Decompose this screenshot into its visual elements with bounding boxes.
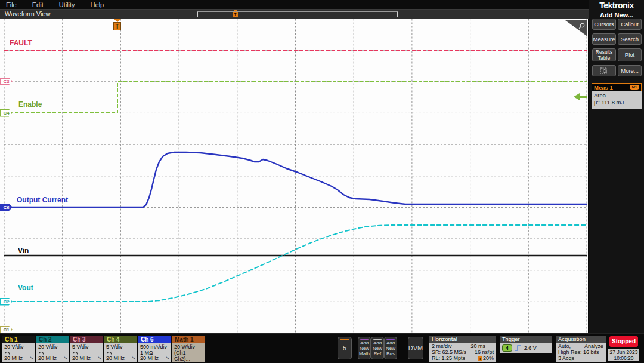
acquisition-title: Acquisition (556, 336, 606, 343)
meas1-badge[interactable]: Meas 1 M1 Area µ': 111.8 mJ (592, 83, 642, 109)
tektronix-logo: Tektronix (589, 0, 644, 10)
diagonal-arrow-icon: ↘ (131, 355, 135, 361)
graticule-and-traces (0, 19, 588, 333)
channel-label: Ch 2 (36, 336, 69, 343)
diagonal-arrow-icon: ↘ (165, 355, 169, 361)
plot-button[interactable]: Plot (618, 48, 642, 61)
record-length: RL: 1.25 Mpts (432, 355, 465, 361)
menu-file[interactable]: File (6, 1, 17, 8)
probe-icon (4, 350, 10, 355)
time-label: 10:06:20 (608, 355, 639, 361)
meas1-name: Area (594, 92, 639, 99)
menu-help[interactable]: Help (91, 1, 104, 8)
scale-label: 20 V/div (4, 344, 33, 350)
meas1-m1-pill: M1 (630, 85, 639, 90)
add-new-bus-button[interactable]: AddNewBus (384, 337, 397, 359)
trigger-level: 2.6 V (524, 345, 537, 351)
zoom-tool-button[interactable] (592, 65, 616, 76)
trigger-level-arrow[interactable] (574, 93, 587, 100)
trace-label-vin: Vin (18, 247, 29, 255)
menu-edit[interactable]: Edit (32, 1, 44, 8)
add-new-heading: Add New... (589, 11, 644, 19)
resolution: 16 ns/pt (475, 349, 494, 355)
diagonal-arrow-icon: ↘ (97, 355, 101, 361)
rising-edge-icon (515, 344, 522, 352)
left-column: File Edit Utility Help Waveform View T F… (0, 0, 589, 333)
bandwidth-label: 20 MHz (38, 355, 57, 361)
wave-count-button[interactable]: 5 (338, 337, 352, 359)
run-stop-button[interactable]: Stopped (609, 336, 638, 347)
trigger-t-icon: T (233, 12, 238, 17)
meas1-title: Meas 1 (594, 84, 613, 91)
sample-rate: SR: 62.5 MS/s (432, 349, 466, 355)
acquisition-detail: High Res: 16 bits (558, 349, 599, 355)
channel-badge-ch1[interactable]: Ch 120 V/div20 MHz↘ (2, 336, 35, 362)
tab-bar: Waveform View T (0, 9, 589, 19)
trace-enable[interactable] (4, 82, 587, 113)
channel-label: Ch 1 (2, 336, 35, 343)
trace-label-output-current: Output Current (17, 196, 68, 204)
trigger-t-icon: T (478, 356, 482, 361)
bandwidth-label: 20 MHz (106, 355, 125, 361)
datetime-display: 27 Jun 2023 10:06:20 (608, 349, 639, 361)
cursors-button[interactable]: Cursors (592, 19, 616, 30)
horizontal-window: 20 ms (470, 343, 485, 349)
horizontal-position-bar[interactable]: T (197, 11, 398, 17)
measure-button[interactable]: Measure (592, 33, 616, 45)
date-label: 27 Jun 2023 (608, 349, 639, 355)
channel-label: Math 1 (172, 336, 205, 343)
acquisition-mode: Auto, (558, 343, 571, 349)
channel-badge-math1[interactable]: Math 120 W/div(Ch1-Ch2)... (172, 336, 205, 362)
scale-label: 20 W/div (174, 344, 203, 350)
horizontal-title: Horizontal (429, 336, 496, 343)
acquisition-count: 3 Acqs (558, 355, 574, 361)
right-panel: Tektronix Add New... Cursors Callout Mea… (589, 0, 644, 333)
channel-label: Ch 4 (104, 336, 137, 343)
trace-label-fault: FAULT (10, 39, 32, 47)
horizontal-scale: 2 ms/div (432, 343, 452, 349)
trace-label-vout: Vout (18, 284, 33, 292)
trigger-title: Trigger (500, 336, 552, 343)
scale-label: 500 mA/div (140, 344, 169, 350)
probe-icon (106, 350, 112, 355)
diagonal-arrow-icon: ↘ (29, 355, 33, 361)
trace-label-enable: Enable (18, 100, 42, 109)
channel-badge-ch2[interactable]: Ch 220 V/div20 MHz↘ (36, 336, 69, 362)
bottom-bar: Ch 120 V/div20 MHz↘Ch 220 V/div20 MHz↘Ch… (0, 333, 644, 363)
acquisition-analyze: Analyze (584, 343, 603, 349)
acquisition-panel[interactable]: Acquisition Auto,Analyze High Res: 16 bi… (556, 336, 606, 362)
probe-icon (72, 350, 78, 355)
trigger-point-marker[interactable]: T (113, 22, 121, 30)
add-new-ref-button[interactable]: AddNewRef (371, 337, 384, 359)
trigger-panel[interactable]: Trigger 4 2.6 V (500, 336, 552, 353)
more-button[interactable]: More... (618, 65, 642, 76)
menu-bar: File Edit Utility Help (0, 0, 589, 9)
callout-button[interactable]: Callout (618, 19, 642, 30)
results-table-button[interactable]: Results Table (592, 48, 616, 61)
main-row: File Edit Utility Help Waveform View T F… (0, 0, 644, 333)
menu-utility[interactable]: Utility (59, 1, 75, 8)
channel-badge-ch3[interactable]: Ch 35 V/div20 MHz↘ (70, 336, 103, 362)
meas1-value: µ': 111.8 mJ (594, 99, 639, 106)
scale-label: 5 V/div (72, 344, 101, 350)
channel-badge-ch6[interactable]: Ch 6500 mA/div1 MΩ20 MHz↘ (138, 336, 171, 362)
zoom-box-icon (600, 67, 608, 75)
add-new-math-button[interactable]: AddNewMath (358, 337, 371, 359)
tab-waveform-view[interactable]: Waveform View (5, 10, 50, 17)
trigger-position-indicator[interactable]: T (233, 10, 239, 19)
channel-badge-ch4[interactable]: Ch 45 V/div20 MHz↘ (104, 336, 137, 362)
waveform-view[interactable]: FAULT Enable Output Current Vin Vout C3C… (0, 19, 588, 333)
horizontal-panel[interactable]: Horizontal 2 ms/div20 ms SR: 62.5 MS/s16… (429, 336, 496, 362)
scale-label: 5 V/div (106, 344, 135, 350)
search-button[interactable]: Search (618, 33, 642, 45)
channel-label: Ch 3 (70, 336, 103, 343)
oscilloscope-app: File Edit Utility Help Waveform View T F… (0, 0, 644, 363)
bandwidth-label: 20 MHz (72, 355, 91, 361)
trigger-source-badge: 4 (502, 344, 512, 352)
dvm-button[interactable]: DVM (408, 337, 423, 359)
magnifier-icon (578, 22, 586, 30)
trigger-position-pct: 20% (483, 355, 494, 361)
probe-icon (38, 350, 44, 355)
bandwidth-label: 20 MHz (140, 355, 159, 361)
diagonal-arrow-icon: ↘ (63, 355, 67, 361)
